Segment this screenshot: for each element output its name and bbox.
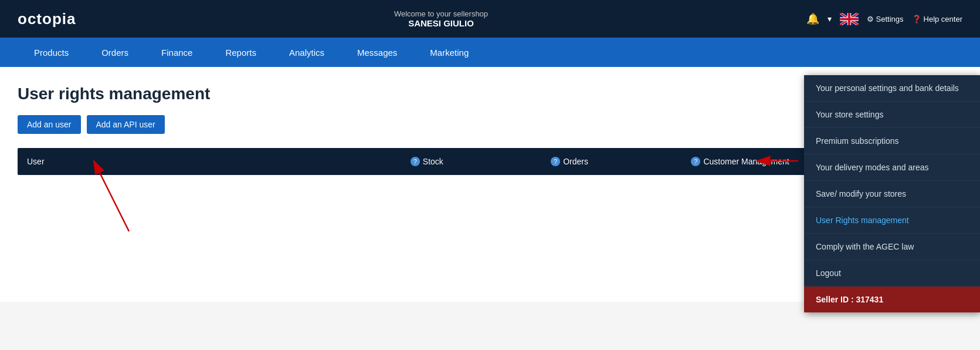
th-user: User <box>18 157 401 166</box>
bell-icon[interactable]: 🔔 <box>806 12 819 25</box>
nav-bar: Products Orders Finance Reports Analytic… <box>0 38 980 67</box>
dropdown-item-user-rights[interactable]: User Rights management <box>804 207 980 234</box>
question-orders-icon[interactable]: ? <box>551 157 560 166</box>
nav-item-marketing[interactable]: Marketing <box>413 38 485 67</box>
question-customer-icon[interactable]: ? <box>691 157 700 166</box>
nav-item-finance[interactable]: Finance <box>145 38 209 67</box>
nav-item-messages[interactable]: Messages <box>341 38 413 67</box>
nav-item-products[interactable]: Products <box>18 38 85 67</box>
dropdown-item-store-settings[interactable]: Your store settings <box>804 102 980 128</box>
th-stock: ? Stock <box>401 157 541 166</box>
top-header: octopia Welcome to your sellershop SANES… <box>0 0 980 38</box>
dropdown-menu-container: Your personal settings and bank details … <box>804 75 980 312</box>
seller-id-row: Seller ID : 317431 <box>804 287 980 312</box>
th-orders: ? Orders <box>541 157 681 166</box>
dropdown-item-delivery[interactable]: Your delivery modes and areas <box>804 154 980 181</box>
dropdown-item-stores[interactable]: Save/ modify your stores <box>804 181 980 207</box>
question-stock-icon[interactable]: ? <box>411 157 420 166</box>
uk-flag-icon[interactable] <box>840 13 859 25</box>
header-center: Welcome to your sellershop SANESI GIULIO <box>394 9 488 28</box>
help-link[interactable]: ❓ Help center <box>912 15 962 23</box>
help-icon: ❓ <box>912 15 921 23</box>
dropdown-item-logout[interactable]: Logout <box>804 260 980 287</box>
dropdown-item-agec[interactable]: Comply with the AGEC law <box>804 234 980 260</box>
header-right: 🔔 ▾ ⚙ Settings ❓ Help center <box>806 12 962 25</box>
add-user-button[interactable]: Add an user <box>18 115 81 134</box>
gear-icon: ⚙ <box>867 15 874 23</box>
nav-item-orders[interactable]: Orders <box>85 38 145 67</box>
logo: octopia <box>18 10 76 28</box>
seller-name: SANESI GIULIO <box>394 18 488 28</box>
dropdown-item-premium[interactable]: Premium subscriptions <box>804 128 980 154</box>
dropdown-item-personal-settings[interactable]: Your personal settings and bank details <box>804 75 980 102</box>
nav-item-reports[interactable]: Reports <box>209 38 273 67</box>
welcome-text: Welcome to your sellershop <box>394 9 488 18</box>
th-customer-management: ? Customer Management <box>681 157 822 166</box>
add-api-user-button[interactable]: Add an API user <box>87 115 165 134</box>
settings-link[interactable]: ⚙ Settings <box>867 15 904 23</box>
nav-item-analytics[interactable]: Analytics <box>273 38 341 67</box>
chevron-down-icon[interactable]: ▾ <box>828 14 832 23</box>
